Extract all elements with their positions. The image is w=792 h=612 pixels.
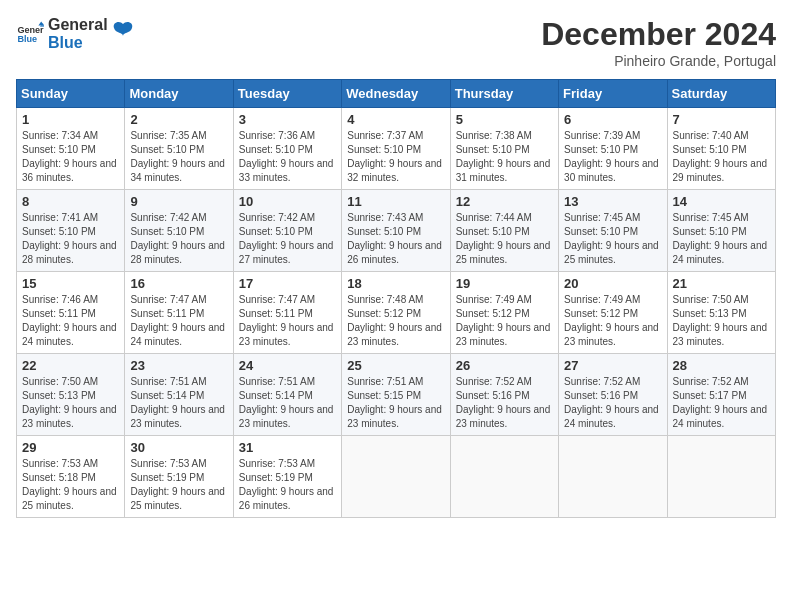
calendar-cell: 4Sunrise: 7:37 AMSunset: 5:10 PMDaylight… (342, 108, 450, 190)
day-info: Sunrise: 7:48 AMSunset: 5:12 PMDaylight:… (347, 293, 444, 349)
day-number: 31 (239, 440, 336, 455)
day-info: Sunrise: 7:39 AMSunset: 5:10 PMDaylight:… (564, 129, 661, 185)
day-info: Sunrise: 7:53 AMSunset: 5:19 PMDaylight:… (239, 457, 336, 513)
day-info: Sunrise: 7:52 AMSunset: 5:16 PMDaylight:… (564, 375, 661, 431)
day-number: 10 (239, 194, 336, 209)
day-number: 29 (22, 440, 119, 455)
day-number: 30 (130, 440, 227, 455)
day-number: 15 (22, 276, 119, 291)
day-info: Sunrise: 7:36 AMSunset: 5:10 PMDaylight:… (239, 129, 336, 185)
day-number: 5 (456, 112, 553, 127)
calendar-cell: 6Sunrise: 7:39 AMSunset: 5:10 PMDaylight… (559, 108, 667, 190)
day-info: Sunrise: 7:47 AMSunset: 5:11 PMDaylight:… (130, 293, 227, 349)
title-area: December 2024 Pinheiro Grande, Portugal (541, 16, 776, 69)
day-number: 11 (347, 194, 444, 209)
calendar-cell (559, 436, 667, 518)
calendar-cell: 12Sunrise: 7:44 AMSunset: 5:10 PMDayligh… (450, 190, 558, 272)
svg-text:General: General (17, 24, 44, 34)
calendar-cell: 27Sunrise: 7:52 AMSunset: 5:16 PMDayligh… (559, 354, 667, 436)
day-info: Sunrise: 7:42 AMSunset: 5:10 PMDaylight:… (130, 211, 227, 267)
day-info: Sunrise: 7:42 AMSunset: 5:10 PMDaylight:… (239, 211, 336, 267)
calendar-cell: 28Sunrise: 7:52 AMSunset: 5:17 PMDayligh… (667, 354, 775, 436)
day-number: 14 (673, 194, 770, 209)
day-info: Sunrise: 7:40 AMSunset: 5:10 PMDaylight:… (673, 129, 770, 185)
day-info: Sunrise: 7:52 AMSunset: 5:17 PMDaylight:… (673, 375, 770, 431)
weekday-header-thursday: Thursday (450, 80, 558, 108)
day-info: Sunrise: 7:49 AMSunset: 5:12 PMDaylight:… (564, 293, 661, 349)
day-info: Sunrise: 7:45 AMSunset: 5:10 PMDaylight:… (673, 211, 770, 267)
weekday-header-friday: Friday (559, 80, 667, 108)
svg-text:Blue: Blue (17, 34, 37, 44)
day-info: Sunrise: 7:49 AMSunset: 5:12 PMDaylight:… (456, 293, 553, 349)
day-number: 22 (22, 358, 119, 373)
day-number: 8 (22, 194, 119, 209)
day-info: Sunrise: 7:53 AMSunset: 5:18 PMDaylight:… (22, 457, 119, 513)
calendar-week-row: 8Sunrise: 7:41 AMSunset: 5:10 PMDaylight… (17, 190, 776, 272)
weekday-header-monday: Monday (125, 80, 233, 108)
calendar-cell: 19Sunrise: 7:49 AMSunset: 5:12 PMDayligh… (450, 272, 558, 354)
calendar-cell: 14Sunrise: 7:45 AMSunset: 5:10 PMDayligh… (667, 190, 775, 272)
calendar-cell: 8Sunrise: 7:41 AMSunset: 5:10 PMDaylight… (17, 190, 125, 272)
day-number: 13 (564, 194, 661, 209)
calendar-table: SundayMondayTuesdayWednesdayThursdayFrid… (16, 79, 776, 518)
day-info: Sunrise: 7:51 AMSunset: 5:15 PMDaylight:… (347, 375, 444, 431)
logo-blue: Blue (48, 34, 108, 52)
calendar-week-row: 29Sunrise: 7:53 AMSunset: 5:18 PMDayligh… (17, 436, 776, 518)
calendar-cell: 22Sunrise: 7:50 AMSunset: 5:13 PMDayligh… (17, 354, 125, 436)
calendar-cell: 29Sunrise: 7:53 AMSunset: 5:18 PMDayligh… (17, 436, 125, 518)
calendar-cell: 17Sunrise: 7:47 AMSunset: 5:11 PMDayligh… (233, 272, 341, 354)
day-info: Sunrise: 7:35 AMSunset: 5:10 PMDaylight:… (130, 129, 227, 185)
day-number: 4 (347, 112, 444, 127)
day-number: 18 (347, 276, 444, 291)
calendar-cell: 13Sunrise: 7:45 AMSunset: 5:10 PMDayligh… (559, 190, 667, 272)
day-number: 1 (22, 112, 119, 127)
calendar-cell: 10Sunrise: 7:42 AMSunset: 5:10 PMDayligh… (233, 190, 341, 272)
day-number: 26 (456, 358, 553, 373)
day-info: Sunrise: 7:53 AMSunset: 5:19 PMDaylight:… (130, 457, 227, 513)
day-number: 25 (347, 358, 444, 373)
day-info: Sunrise: 7:43 AMSunset: 5:10 PMDaylight:… (347, 211, 444, 267)
calendar-week-row: 1Sunrise: 7:34 AMSunset: 5:10 PMDaylight… (17, 108, 776, 190)
calendar-week-row: 22Sunrise: 7:50 AMSunset: 5:13 PMDayligh… (17, 354, 776, 436)
day-info: Sunrise: 7:44 AMSunset: 5:10 PMDaylight:… (456, 211, 553, 267)
calendar-cell: 30Sunrise: 7:53 AMSunset: 5:19 PMDayligh… (125, 436, 233, 518)
day-number: 3 (239, 112, 336, 127)
calendar-cell: 21Sunrise: 7:50 AMSunset: 5:13 PMDayligh… (667, 272, 775, 354)
calendar-week-row: 15Sunrise: 7:46 AMSunset: 5:11 PMDayligh… (17, 272, 776, 354)
weekday-header-tuesday: Tuesday (233, 80, 341, 108)
day-number: 6 (564, 112, 661, 127)
day-number: 24 (239, 358, 336, 373)
logo-general: General (48, 16, 108, 34)
weekday-header-wednesday: Wednesday (342, 80, 450, 108)
day-number: 28 (673, 358, 770, 373)
day-info: Sunrise: 7:37 AMSunset: 5:10 PMDaylight:… (347, 129, 444, 185)
day-number: 23 (130, 358, 227, 373)
calendar-cell: 20Sunrise: 7:49 AMSunset: 5:12 PMDayligh… (559, 272, 667, 354)
calendar-cell: 18Sunrise: 7:48 AMSunset: 5:12 PMDayligh… (342, 272, 450, 354)
day-number: 7 (673, 112, 770, 127)
day-info: Sunrise: 7:47 AMSunset: 5:11 PMDaylight:… (239, 293, 336, 349)
day-number: 17 (239, 276, 336, 291)
day-info: Sunrise: 7:52 AMSunset: 5:16 PMDaylight:… (456, 375, 553, 431)
calendar-cell: 7Sunrise: 7:40 AMSunset: 5:10 PMDaylight… (667, 108, 775, 190)
day-info: Sunrise: 7:51 AMSunset: 5:14 PMDaylight:… (239, 375, 336, 431)
calendar-cell: 26Sunrise: 7:52 AMSunset: 5:16 PMDayligh… (450, 354, 558, 436)
calendar-cell: 16Sunrise: 7:47 AMSunset: 5:11 PMDayligh… (125, 272, 233, 354)
weekday-header-sunday: Sunday (17, 80, 125, 108)
calendar-cell: 5Sunrise: 7:38 AMSunset: 5:10 PMDaylight… (450, 108, 558, 190)
calendar-cell (667, 436, 775, 518)
day-info: Sunrise: 7:38 AMSunset: 5:10 PMDaylight:… (456, 129, 553, 185)
calendar-cell: 25Sunrise: 7:51 AMSunset: 5:15 PMDayligh… (342, 354, 450, 436)
calendar-cell: 9Sunrise: 7:42 AMSunset: 5:10 PMDaylight… (125, 190, 233, 272)
day-info: Sunrise: 7:50 AMSunset: 5:13 PMDaylight:… (22, 375, 119, 431)
day-number: 19 (456, 276, 553, 291)
calendar-cell: 11Sunrise: 7:43 AMSunset: 5:10 PMDayligh… (342, 190, 450, 272)
day-number: 16 (130, 276, 227, 291)
day-number: 12 (456, 194, 553, 209)
month-year-title: December 2024 (541, 16, 776, 53)
day-info: Sunrise: 7:45 AMSunset: 5:10 PMDaylight:… (564, 211, 661, 267)
calendar-cell: 31Sunrise: 7:53 AMSunset: 5:19 PMDayligh… (233, 436, 341, 518)
calendar-cell: 24Sunrise: 7:51 AMSunset: 5:14 PMDayligh… (233, 354, 341, 436)
calendar-cell: 23Sunrise: 7:51 AMSunset: 5:14 PMDayligh… (125, 354, 233, 436)
location-subtitle: Pinheiro Grande, Portugal (541, 53, 776, 69)
